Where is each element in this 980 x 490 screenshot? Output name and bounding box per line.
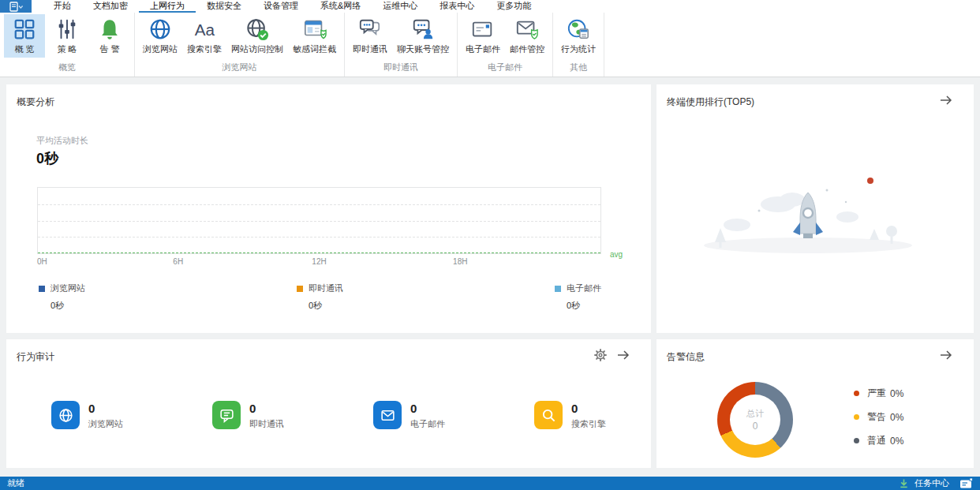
tab-7[interactable]: 运维中心: [372, 0, 428, 13]
ribbon-button[interactable]: 网站访问控制: [227, 14, 287, 58]
mail-shield-icon: [515, 17, 539, 41]
panel-title: 告警信息: [667, 350, 705, 364]
donut-center-title: 总计: [746, 408, 764, 420]
tab-1[interactable]: 开始: [43, 0, 82, 13]
ribbon-button[interactable]: 敏感词拦截: [289, 14, 340, 58]
globe-icon: [148, 17, 172, 41]
alert-level-percent: 0%: [890, 412, 903, 423]
ribbon-button-label: 行为统计: [561, 43, 596, 55]
bell-icon: [98, 17, 122, 41]
ribbon-button[interactable]: 告 警: [89, 14, 130, 58]
ribbon-button[interactable]: 行为统计: [557, 14, 600, 58]
globe-icon: [51, 401, 80, 429]
tab-2[interactable]: 文档加密: [82, 0, 139, 13]
ribbon-button[interactable]: Aa搜索引擎: [183, 14, 226, 58]
alert-level-percent: 0%: [890, 388, 903, 399]
ribbon-button[interactable]: 电子邮件: [462, 14, 504, 58]
ribbon-button-label: 搜索引擎: [187, 43, 222, 55]
app-menu-icon: [9, 2, 24, 12]
stat-label: 电子邮件: [410, 418, 445, 430]
stat-label: 浏览网站: [88, 418, 123, 430]
arrow-right-icon[interactable]: [939, 349, 953, 361]
chart-legend: 浏览网站0秒即时通讯0秒电子邮件0秒: [39, 282, 601, 312]
avg-line: [38, 252, 600, 253]
terminal-ranking-panel: 终端使用排行(TOP5): [656, 84, 974, 333]
legend-name: 即时通讯: [309, 282, 343, 294]
legend-dot: [854, 438, 859, 443]
ribbon-button[interactable]: 即时通讯: [349, 14, 391, 58]
ribbon-button[interactable]: 概 览: [4, 14, 45, 58]
ribbon-group-label: 即时通讯: [349, 60, 453, 77]
legend-item: 即时通讯0秒: [297, 282, 343, 312]
alert-level-name: 严重: [867, 387, 886, 400]
x-tick-label: 12H: [312, 257, 326, 266]
stat-value: 0: [88, 402, 123, 415]
status-text: 就绪: [7, 477, 24, 489]
alert-legend-row: 严重0%: [854, 387, 903, 400]
main-tabs: 开始文档加密上网行为数据安全设备管理系统&网络运维中心报表中心更多功能: [43, 0, 542, 13]
legend-name: 浏览网站: [50, 282, 85, 294]
stat-value: 0: [410, 402, 445, 415]
legend-color-swatch: [555, 286, 561, 292]
ribbon-button-label: 邮件管控: [510, 43, 544, 55]
stat-label: 即时通讯: [249, 418, 284, 430]
ribbon-toolbar: 概 览策 略告 警概览浏览网站Aa搜索引擎网站访问控制敏感词拦截浏览网站即时通讯…: [0, 13, 980, 77]
ribbon-group-label: 其他: [557, 60, 600, 77]
sliders-icon: [55, 17, 79, 41]
tab-6[interactable]: 系统&网络: [309, 0, 372, 13]
audit-stat-tile[interactable]: 0浏览网站: [51, 401, 212, 430]
metric-value: 0秒: [36, 149, 58, 168]
audit-stats-row: 0浏览网站0即时通讯0电子邮件0搜索引擎: [51, 401, 695, 430]
avg-line-label: avg: [610, 250, 623, 259]
alert-legend-row: 普通0%: [854, 434, 903, 447]
ribbon-group: 即时通讯聊天账号管控即时通讯: [345, 13, 458, 77]
globe-stats-icon: [567, 17, 590, 41]
tab-5[interactable]: 设备管理: [252, 0, 309, 13]
tab-8[interactable]: 报表中心: [428, 0, 485, 13]
donut-center-value: 0: [753, 421, 758, 432]
ribbon-button-label: 浏览网站: [143, 43, 178, 55]
arrow-right-icon[interactable]: [616, 349, 630, 361]
legend-dot: [854, 414, 859, 420]
ribbon-button-label: 策 略: [57, 43, 77, 55]
ribbon-button[interactable]: 聊天账号管控: [393, 14, 453, 58]
ribbon-button-label: 敏感词拦截: [293, 43, 336, 55]
main-menu-bar: 开始文档加密上网行为数据安全设备管理系统&网络运维中心报表中心更多功能: [0, 0, 980, 13]
x-tick-label: 6H: [173, 257, 183, 266]
mail-icon: [373, 401, 402, 429]
audit-stat-tile[interactable]: 0即时通讯: [212, 401, 373, 430]
legend-value: 0秒: [567, 300, 601, 312]
legend-name: 电子邮件: [567, 282, 601, 294]
ribbon-group: 行为统计其他: [553, 13, 604, 77]
x-axis-labels: 0H6H12H18H: [37, 257, 601, 268]
behavior-audit-panel: 行为审计 0浏览网站0即时通讯0电子邮件0搜索引擎: [6, 339, 651, 468]
search-icon: [534, 401, 563, 429]
ribbon-button-label: 告 警: [99, 43, 119, 55]
ribbon-button[interactable]: 策 略: [47, 14, 88, 58]
audit-stat-tile[interactable]: 0电子邮件: [373, 401, 534, 430]
ribbon-button-label: 概 览: [14, 43, 34, 55]
gear-icon[interactable]: [594, 349, 607, 361]
ribbon-button-label: 即时通讯: [353, 43, 387, 55]
app-menu-button[interactable]: [0, 0, 32, 13]
alert-donut-chart: 总计 0: [717, 382, 793, 458]
stat-value: 0: [571, 402, 606, 415]
gridline: [38, 237, 600, 238]
ribbon-button[interactable]: 浏览网站: [139, 14, 181, 58]
summary-panel: 概要分析 平均活动时长 0秒 avg 0H6H12H18H 浏览网站0秒即时通讯…: [6, 84, 651, 333]
alert-level-name: 普通: [867, 434, 886, 447]
ribbon-group: 概 览策 略告 警概览: [0, 13, 135, 77]
tab-3[interactable]: 上网行为: [139, 0, 196, 13]
donut-center-label: 总计 0: [717, 382, 793, 458]
message-icon[interactable]: [959, 478, 973, 488]
ribbon-group-label: 浏览网站: [139, 60, 340, 77]
app-window: 开始文档加密上网行为数据安全设备管理系统&网络运维中心报表中心更多功能 概 览策…: [0, 0, 980, 490]
task-center-link[interactable]: 任务中心: [915, 477, 949, 489]
tab-4[interactable]: 数据安全: [196, 0, 252, 13]
tab-9[interactable]: 更多功能: [485, 0, 542, 13]
arrow-right-icon[interactable]: [939, 94, 953, 107]
legend-value: 0秒: [50, 300, 85, 312]
rocket-illustration: [690, 166, 926, 261]
activity-line-chart: avg: [37, 187, 601, 254]
ribbon-button[interactable]: 邮件管控: [506, 14, 548, 58]
